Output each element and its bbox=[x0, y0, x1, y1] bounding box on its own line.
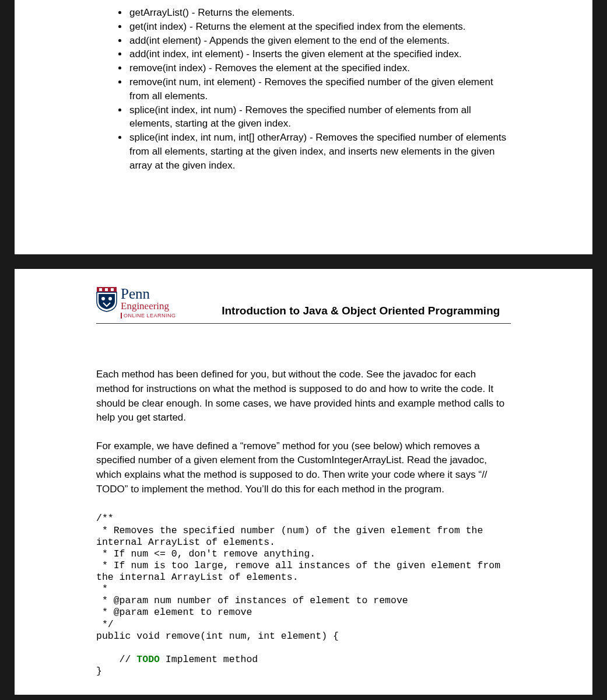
course-title: Introduction to Java & Object Oriented P… bbox=[188, 304, 511, 318]
svg-point-4 bbox=[101, 297, 105, 300]
list-item: add(int index, int element) - Inserts th… bbox=[128, 47, 511, 61]
page-header: Penn Engineering ONLINE LEARNING Introdu… bbox=[96, 286, 511, 319]
list-item: add(int element) - Appends the given ele… bbox=[128, 34, 511, 48]
list-item: get(int index) - Returns the element at … bbox=[128, 20, 511, 34]
code-line: /** bbox=[96, 513, 114, 524]
svg-point-5 bbox=[108, 297, 112, 300]
code-line: // bbox=[96, 654, 136, 665]
code-line: * If num <= 0, don't remove anything. bbox=[96, 548, 315, 559]
logo-online-learning-text: ONLINE LEARNING bbox=[121, 313, 176, 318]
logo-penn-text: Penn bbox=[121, 286, 176, 301]
method-list: getArrayList() - Returns the elements. g… bbox=[96, 6, 511, 173]
code-line: * If num is too large, remove all instan… bbox=[96, 560, 506, 583]
code-line: } bbox=[96, 666, 102, 677]
code-line: * Removes the specified number (num) of … bbox=[96, 525, 489, 548]
code-line: Implement method bbox=[160, 654, 258, 665]
code-line: */ bbox=[96, 619, 114, 630]
svg-rect-1 bbox=[99, 288, 102, 291]
penn-engineering-logo: Penn Engineering ONLINE LEARNING bbox=[96, 286, 176, 319]
logo-text: Penn Engineering ONLINE LEARNING bbox=[121, 286, 176, 319]
penn-shield-icon bbox=[96, 286, 117, 312]
logo-engineering-text: Engineering bbox=[121, 301, 176, 312]
code-line: * @param element to remove bbox=[96, 607, 252, 618]
document-page-1: getArrayList() - Returns the elements. g… bbox=[15, 0, 592, 254]
document-page-2: Penn Engineering ONLINE LEARNING Introdu… bbox=[15, 269, 592, 695]
list-item: getArrayList() - Returns the elements. bbox=[128, 6, 511, 20]
list-item: remove(int index) - Removes the element … bbox=[128, 61, 511, 75]
list-item: remove(int num, int element) - Removes t… bbox=[128, 75, 511, 103]
svg-rect-3 bbox=[111, 288, 114, 291]
intro-paragraph-1: Each method has been defined for you, bu… bbox=[96, 368, 511, 425]
header-divider bbox=[96, 323, 511, 324]
code-block: /** * Removes the specified number (num)… bbox=[96, 513, 511, 677]
code-todo-keyword: TODO bbox=[136, 654, 160, 665]
page-content: getArrayList() - Returns the elements. g… bbox=[15, 6, 592, 173]
code-line: * @param num number of instances of elem… bbox=[96, 595, 408, 606]
list-item: splice(int index, int num) - Removes the… bbox=[128, 103, 511, 131]
code-line: * bbox=[96, 583, 108, 594]
page-content: Penn Engineering ONLINE LEARNING Introdu… bbox=[15, 286, 592, 678]
code-line: public void remove(int num, int element)… bbox=[96, 631, 339, 642]
list-item: splice(int index, int num, int[] otherAr… bbox=[128, 131, 511, 172]
svg-rect-2 bbox=[105, 288, 108, 291]
intro-paragraph-2: For example, we have defined a “remove” … bbox=[96, 439, 511, 497]
